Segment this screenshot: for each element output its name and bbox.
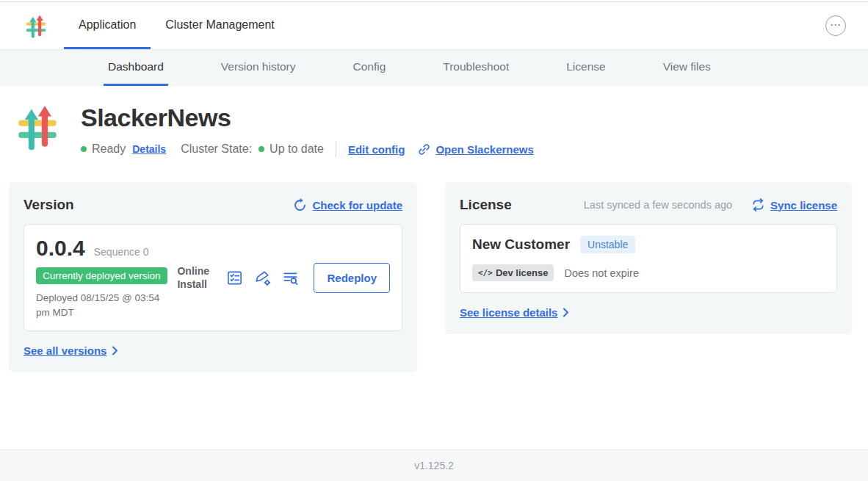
channel-badge: Unstable	[580, 236, 635, 253]
license-type-row: </> Dev license Does not expire	[472, 264, 825, 281]
app-logo-icon	[25, 14, 47, 38]
open-app-link-label: Open Slackernews	[435, 143, 533, 156]
customer-name: New Customer	[472, 236, 570, 253]
top-nav: Application Cluster Management ⋯	[0, 2, 868, 50]
ready-status-dot	[81, 146, 87, 152]
code-icon: </>	[478, 268, 493, 278]
check-for-update-label: Check for update	[312, 199, 402, 211]
sub-nav: Dashboard Version history Config Trouble…	[0, 50, 868, 86]
chevron-right-icon	[112, 346, 118, 355]
install-type-label: Online Install	[177, 264, 215, 291]
current-version-card: 0.0.4 Sequence 0 Currently deployed vers…	[23, 224, 402, 331]
see-all-versions-label: See all versions	[23, 344, 106, 357]
last-synced-label: Last synced a few seconds ago	[584, 199, 732, 211]
dashboard-cards: Version Check for update 0.0.4 Sequ	[9, 182, 852, 372]
license-panel-head: License Last synced a few seconds ago	[460, 197, 837, 213]
license-head-right: Last synced a few seconds ago Sync licen…	[584, 198, 837, 211]
license-card: New Customer Unstable </> Dev license Do…	[460, 224, 837, 293]
cluster-state-value: Up to date	[270, 142, 324, 156]
subtab-config[interactable]: Config	[349, 50, 391, 86]
subtab-troubleshoot[interactable]: Troubleshoot	[438, 50, 513, 86]
version-number-row: 0.0.4 Sequence 0	[36, 236, 167, 261]
license-panel-title: License	[460, 197, 512, 213]
license-customer-row: New Customer Unstable	[472, 236, 825, 253]
version-panel-title: Version	[23, 197, 74, 213]
view-logs-icon[interactable]	[282, 270, 299, 286]
refresh-icon	[293, 198, 307, 212]
see-all-versions-link[interactable]: See all versions	[23, 344, 118, 357]
sequence-label: Sequence 0	[94, 246, 149, 258]
console-version-label: v1.125.2	[414, 460, 454, 471]
chevron-right-icon	[563, 308, 569, 317]
details-link[interactable]: Details	[132, 143, 166, 155]
version-actions: Online Install	[177, 263, 390, 293]
main-content: SlackerNews Ready Details Cluster State:…	[0, 86, 868, 372]
app-header-text: SlackerNews Ready Details Cluster State:…	[81, 102, 534, 157]
ready-status-label: Ready	[92, 142, 126, 156]
page-title: SlackerNews	[81, 104, 534, 132]
license-expiry: Does not expire	[564, 267, 639, 279]
app-status-row: Ready Details Cluster State: Up to date …	[81, 141, 534, 157]
app-large-logo-icon	[16, 104, 59, 151]
license-panel: License Last synced a few seconds ago	[445, 182, 852, 334]
tab-application[interactable]: Application	[64, 2, 151, 49]
redeploy-button[interactable]: Redeploy	[314, 263, 390, 293]
app-header: SlackerNews Ready Details Cluster State:…	[16, 102, 868, 157]
deployed-badge: Currently deployed version	[36, 267, 167, 284]
tab-cluster-management[interactable]: Cluster Management	[151, 2, 289, 49]
subtab-dashboard[interactable]: Dashboard	[104, 50, 168, 86]
cluster-state-dot	[258, 146, 264, 152]
see-license-details-label: See license details	[460, 306, 557, 319]
preflight-checklist-icon[interactable]	[226, 270, 243, 286]
top-nav-tabs: Application Cluster Management	[64, 2, 289, 49]
footer: v1.125.2	[0, 449, 868, 481]
see-license-details-link[interactable]: See license details	[460, 306, 569, 319]
license-type-label: Dev license	[496, 267, 549, 278]
edit-config-link[interactable]: Edit config	[348, 143, 405, 156]
sync-license-label: Sync license	[770, 199, 837, 211]
cluster-state-label: Cluster State:	[181, 142, 252, 156]
ellipsis-icon: ⋯	[830, 18, 842, 32]
version-info: 0.0.4 Sequence 0 Currently deployed vers…	[36, 236, 167, 319]
subtab-version-history[interactable]: Version history	[217, 50, 300, 86]
sync-license-link[interactable]: Sync license	[751, 198, 837, 211]
edit-config-icon[interactable]	[254, 270, 271, 286]
deployed-timestamp: Deployed 08/15/25 @ 03:54 pm MDT	[36, 291, 167, 319]
vertical-divider	[336, 141, 336, 157]
sync-icon	[751, 198, 765, 211]
license-type-badge: </> Dev license	[472, 264, 554, 281]
check-for-update-link[interactable]: Check for update	[293, 198, 402, 212]
version-number: 0.0.4	[36, 236, 85, 261]
version-panel: Version Check for update 0.0.4 Sequ	[9, 182, 417, 372]
open-app-link[interactable]: Open Slackernews	[418, 143, 533, 156]
more-options-button[interactable]: ⋯	[825, 15, 846, 36]
top-nav-right: ⋯	[825, 2, 846, 49]
subtab-license[interactable]: License	[562, 50, 610, 86]
link-icon	[418, 143, 430, 156]
version-panel-head: Version Check for update	[23, 197, 402, 213]
subtab-view-files[interactable]: View files	[659, 50, 715, 86]
